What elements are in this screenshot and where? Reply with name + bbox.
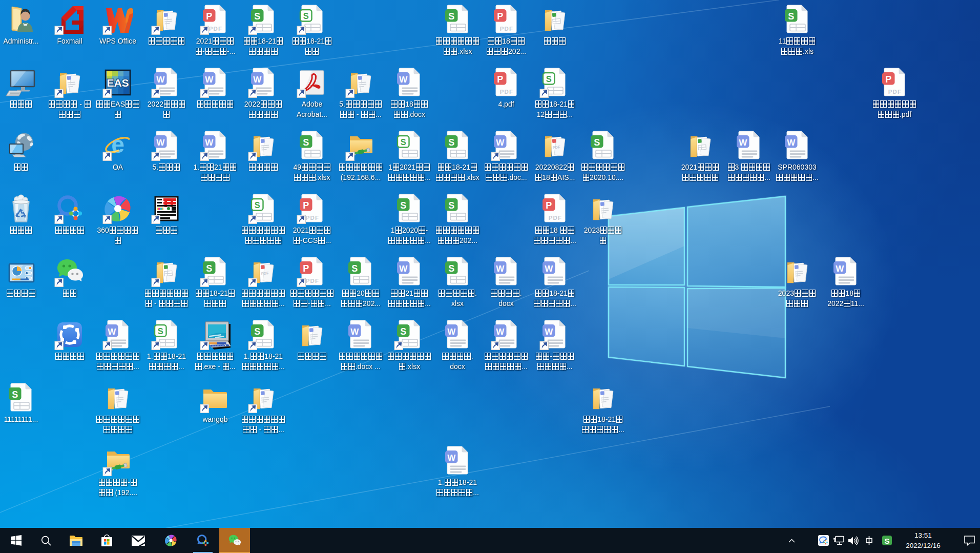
svg-text:S: S bbox=[884, 537, 889, 545]
